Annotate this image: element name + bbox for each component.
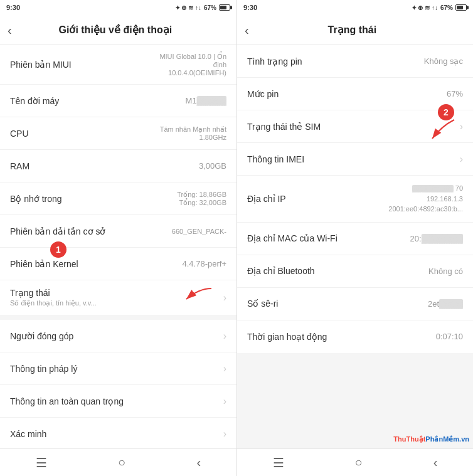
- right-battery-pct: 67%: [440, 4, 453, 11]
- left-page-title: Giới thiệu về điện thoại: [19, 24, 211, 36]
- ip-value: ▓▓▓▓▓▓▓▓▓ 70192.168.1.32001:ee0:4892:ac3…: [388, 183, 463, 214]
- miui-value: MIUI Global 10.0 | Ổnđịnh10.0.4.0(OEIMIF…: [159, 53, 226, 77]
- battery-status-label: Tình trạng pin: [247, 56, 302, 66]
- sim-chevron: ›: [460, 121, 463, 132]
- watermark-thuat: Thuật: [407, 435, 426, 443]
- settings-item-battery-status[interactable]: Tình trạng pin Không sạc: [237, 45, 473, 78]
- left-status-bar: 9:30 ✦ ⊕ ≋ ↑↓ 67%: [0, 0, 236, 15]
- ram-label: RAM: [10, 161, 29, 171]
- left-nav-back[interactable]: ‹: [184, 450, 214, 475]
- settings-item-status[interactable]: Trạng thái Số điện thoại, tín hiệu, v.v.…: [0, 280, 236, 315]
- uptime-label: Thời gian hoạt động: [247, 332, 327, 342]
- settings-item-legal[interactable]: Thông tin pháp lý ›: [0, 352, 236, 385]
- bluetooth-value: Không có: [428, 267, 463, 276]
- settings-item-storage[interactable]: Bộ nhớ trong Trống: 18,86GBTổng: 32,00GB: [0, 182, 236, 215]
- settings-item-baseband[interactable]: Phiên bản dải tần cơ sở 660_GEN_PACK-: [0, 215, 236, 248]
- settings-item-miui[interactable]: Phiên bản MIUI MIUI Global 10.0 | Ổnđịnh…: [0, 45, 236, 85]
- serial-value: 2et▓▓▓▓: [428, 299, 463, 309]
- right-battery-area: ✦ ⊕ ≋ ↑↓ 67%: [412, 4, 467, 11]
- watermark: ThuThuậtPhầnMềm.vn: [393, 435, 469, 443]
- right-top-bar: ‹ Trạng thái: [237, 15, 473, 45]
- imei-chevron: ›: [460, 154, 463, 165]
- settings-item-kernel[interactable]: Phiên bản Kernel 4.4.78-perf+ 1: [0, 248, 236, 280]
- status-label: Trạng thái: [10, 288, 97, 298]
- right-scroll-content: Tình trạng pin Không sạc Mức pin 67% Trạ…: [237, 45, 473, 448]
- right-page-title: Trạng thái: [257, 24, 448, 36]
- watermark-mem: Mềm: [443, 435, 459, 443]
- right-nav-home[interactable]: ○: [343, 450, 375, 475]
- mac-value: 20:▓▓▓▓▓▓▓: [410, 234, 463, 243]
- baseband-label: Phiên bản dải tần cơ sở: [10, 226, 105, 236]
- legal-chevron: ›: [223, 363, 226, 374]
- status-sub: Số điện thoại, tín hiệu, v.v...: [10, 299, 97, 307]
- arrow-annotation-2: [423, 117, 460, 142]
- sim-label: Trạng thái thẻ SIM: [247, 122, 321, 132]
- arrow-annotation-1: [180, 285, 218, 304]
- settings-item-uptime[interactable]: Thời gian hoạt động 0:07:10: [237, 320, 473, 353]
- settings-item-cpu[interactable]: CPU Tám nhân Mạnh nhất1.80GHz: [0, 117, 236, 150]
- settings-item-bluetooth[interactable]: Địa chỉ Bluetooth Không có: [237, 255, 473, 288]
- serial-label: Số sê-ri: [247, 299, 278, 309]
- legal-label: Thông tin pháp lý: [10, 364, 77, 374]
- right-bottom-nav: ☰ ○ ‹: [237, 448, 473, 476]
- miui-label: Phiên bản MIUI: [10, 60, 72, 70]
- left-scroll-content: Phiên bản MIUI MIUI Global 10.0 | Ổnđịnh…: [0, 45, 236, 448]
- storage-value: Trống: 18,86GBTổng: 32,00GB: [177, 191, 226, 207]
- ram-value: 3,00GB: [199, 161, 226, 171]
- settings-item-ip[interactable]: Địa chỉ IP ▓▓▓▓▓▓▓▓▓ 70192.168.1.32001:e…: [237, 176, 473, 223]
- settings-item-mac[interactable]: Địa chỉ MAC của Wi-Fi 20:▓▓▓▓▓▓▓: [237, 223, 473, 255]
- right-time: 9:30: [243, 4, 257, 11]
- settings-item-battery-level[interactable]: Mức pin 67%: [237, 78, 473, 110]
- annotation-marker-2: 2: [438, 104, 454, 120]
- safety-chevron: ›: [223, 396, 226, 407]
- right-nav-menu[interactable]: ☰: [260, 450, 297, 475]
- left-battery-pct: 67%: [204, 4, 216, 11]
- verify-chevron: ›: [223, 428, 226, 440]
- storage-label: Bộ nhớ trong: [10, 194, 62, 204]
- contributors-chevron: ›: [223, 331, 226, 342]
- watermark-vn: .vn: [459, 435, 469, 443]
- annotation-marker-1: 1: [50, 241, 66, 258]
- settings-item-contributors[interactable]: Người đóng góp ›: [0, 320, 236, 352]
- left-back-button[interactable]: ‹: [8, 24, 12, 36]
- left-top-bar: ‹ Giới thiệu về điện thoại: [0, 15, 236, 45]
- left-bottom-nav: ☰ ○ ‹: [0, 448, 236, 476]
- kernel-label: Phiên bản Kernel: [10, 259, 78, 269]
- contributors-label: Người đóng góp: [10, 331, 73, 341]
- uptime-value: 0:07:10: [436, 332, 463, 341]
- right-group-1: Tình trạng pin Không sạc Mức pin 67% Trạ…: [237, 45, 473, 353]
- ip-label: Địa chỉ IP: [247, 194, 286, 204]
- left-group-2: Người đóng góp › Thông tin pháp lý › Thô…: [0, 320, 236, 448]
- right-nav-back[interactable]: ‹: [421, 450, 450, 475]
- bluetooth-label: Địa chỉ Bluetooth: [247, 266, 315, 276]
- settings-item-verify[interactable]: Xác minh ›: [0, 418, 236, 448]
- settings-item-devicename[interactable]: Tên đời máy M1▓▓▓▓▓: [0, 85, 236, 117]
- settings-item-sim[interactable]: Trạng thái thẻ SIM › 2: [237, 110, 473, 143]
- verify-label: Xác minh: [10, 429, 46, 439]
- cpu-label: CPU: [10, 129, 29, 139]
- left-group-1: Phiên bản MIUI MIUI Global 10.0 | Ổnđịnh…: [0, 45, 236, 315]
- status-chevron: ›: [223, 292, 226, 304]
- settings-item-imei[interactable]: Thông tin IMEI ›: [237, 143, 473, 176]
- watermark-phan: Phần: [425, 435, 443, 443]
- imei-label: Thông tin IMEI: [247, 154, 304, 164]
- left-battery-area: ✦ ⊕ ≋ ↑↓ 67%: [175, 4, 230, 11]
- left-panel: 9:30 ✦ ⊕ ≋ ↑↓ 67% ‹ Giới thiệu về điện t…: [0, 0, 236, 476]
- left-time: 9:30: [6, 4, 20, 11]
- left-nav-home[interactable]: ○: [105, 450, 138, 475]
- watermark-thu: Thu: [393, 435, 406, 443]
- settings-item-serial[interactable]: Số sê-ri 2et▓▓▓▓: [237, 288, 473, 320]
- left-battery-icon: [219, 4, 230, 11]
- left-nav-menu[interactable]: ☰: [23, 450, 60, 475]
- settings-item-ram[interactable]: RAM 3,00GB: [0, 150, 236, 182]
- devicename-label: Tên đời máy: [10, 96, 59, 106]
- right-status-bar: 9:30 ✦ ⊕ ≋ ↑↓ 67%: [237, 0, 473, 15]
- settings-item-safety[interactable]: Thông tin an toàn quan trọng ›: [0, 385, 236, 418]
- devicename-value: M1▓▓▓▓▓: [186, 96, 226, 105]
- baseband-value: 660_GEN_PACK-: [172, 228, 226, 235]
- mac-label: Địa chỉ MAC của Wi-Fi: [247, 233, 337, 243]
- right-back-button[interactable]: ‹: [245, 24, 249, 36]
- battery-level-value: 67%: [447, 89, 463, 98]
- right-battery-icon: [455, 4, 467, 11]
- kernel-value: 4.4.78-perf+: [183, 259, 226, 268]
